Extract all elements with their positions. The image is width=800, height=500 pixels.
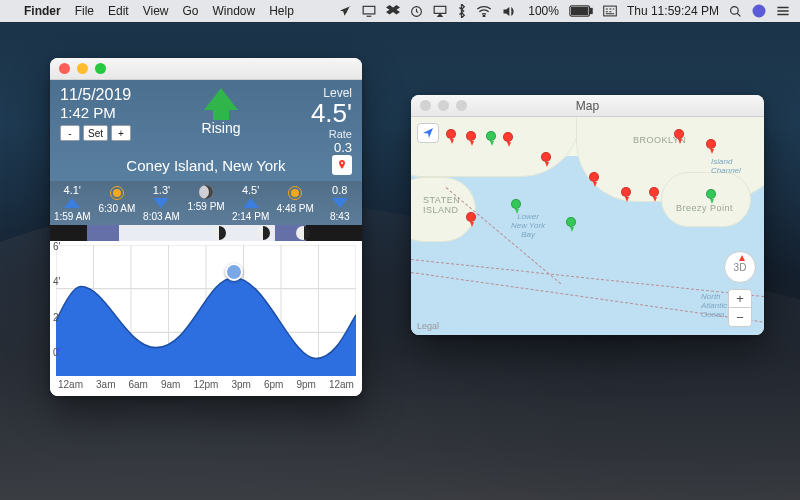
moon-phase-icon <box>212 226 226 240</box>
titlebar[interactable] <box>50 58 362 80</box>
timemachine-icon[interactable] <box>410 5 423 18</box>
window-zoom-button[interactable] <box>95 63 106 74</box>
menu-file[interactable]: File <box>75 4 94 18</box>
telegram-icon[interactable] <box>339 5 352 18</box>
menu-clock[interactable]: Thu 11:59:24 PM <box>627 4 719 18</box>
user-location-button[interactable] <box>417 123 439 143</box>
x-axis: 12am3am 6am9am 12pm3pm 6pm9pm 12am <box>50 376 362 396</box>
menu-go[interactable]: Go <box>183 4 199 18</box>
map-canvas[interactable]: BROOKLYN STATEN ISLAND Breezy Point Lowe… <box>411 117 764 335</box>
sunset-icon <box>288 186 302 200</box>
map-label: STATEN ISLAND <box>423 195 460 215</box>
svg-rect-0 <box>363 6 375 14</box>
airplay-icon[interactable] <box>433 5 447 17</box>
svg-point-3 <box>483 16 485 17</box>
tide-time: 1:42 PM <box>60 104 131 121</box>
macos-menu-bar: Finder File Edit View Go Window Help 100… <box>0 0 800 22</box>
zoom-in-button[interactable]: + <box>729 290 751 308</box>
level-label: Level <box>311 86 352 100</box>
svg-rect-7 <box>604 6 617 16</box>
input-icon[interactable] <box>603 5 617 17</box>
tide-event: 1.3' 8:03 AM <box>139 184 184 222</box>
tide-event: 0.8 8:43 <box>317 184 362 222</box>
spotlight-icon[interactable] <box>729 5 742 18</box>
map-pin[interactable] <box>466 131 476 141</box>
map-pin[interactable] <box>511 199 521 209</box>
moonrise-icon <box>199 185 213 199</box>
window-zoom-button[interactable] <box>456 100 467 111</box>
tide-curve <box>56 245 356 376</box>
battery-icon[interactable] <box>569 5 593 17</box>
tide-event: 4.1' 1:59 AM <box>50 184 95 222</box>
current-time-marker[interactable] <box>225 263 243 281</box>
map-label: Breezy Point <box>676 203 733 213</box>
tide-direction-arrow-up-icon <box>204 88 238 110</box>
dropbox-icon[interactable] <box>386 5 400 18</box>
titlebar[interactable]: Map <box>411 95 764 117</box>
map-legal-link[interactable]: Legal <box>417 321 439 331</box>
tide-event: 6:30 AM <box>95 184 140 222</box>
date-minus-button[interactable]: - <box>60 125 80 141</box>
tide-events-row[interactable]: 4.1' 1:59 AM 6:30 AM 1.3' 8:03 AM 1:59 P… <box>50 181 362 225</box>
display-icon[interactable] <box>362 5 376 17</box>
y-axis: 6'4' 2'0' <box>53 241 60 358</box>
map-pin[interactable] <box>566 217 576 227</box>
volume-percent: 100% <box>528 4 559 18</box>
map-pin[interactable] <box>503 132 513 142</box>
tide-event: 4.5' 2:14 PM <box>228 184 273 222</box>
map-pin[interactable] <box>649 187 659 197</box>
tide-low-icon <box>153 198 169 208</box>
map-pin[interactable] <box>674 129 684 139</box>
volume-icon[interactable] <box>502 5 518 18</box>
tide-status: Rising <box>131 120 311 136</box>
location-picker-button[interactable] <box>332 155 352 175</box>
svg-rect-5 <box>590 8 592 13</box>
window-close-button[interactable] <box>59 63 70 74</box>
notification-center-icon[interactable] <box>776 5 790 17</box>
svg-point-8 <box>731 6 739 14</box>
svg-point-9 <box>753 5 766 18</box>
map-label: Lower New York Bay <box>511 212 545 239</box>
sunrise-icon <box>110 186 124 200</box>
window-minimize-button[interactable] <box>438 100 449 111</box>
tide-date: 11/5/2019 <box>60 86 131 104</box>
map-pin[interactable] <box>541 152 551 162</box>
map-pin[interactable] <box>486 131 496 141</box>
map-label: Island Channel <box>711 157 741 175</box>
svg-rect-2 <box>434 6 446 13</box>
rate-value: 0.3 <box>311 140 352 155</box>
map-pin[interactable] <box>621 187 631 197</box>
map-pin[interactable] <box>589 172 599 182</box>
svg-point-10 <box>341 162 343 164</box>
date-plus-button[interactable]: + <box>111 125 131 141</box>
tide-app-window: 11/5/2019 1:42 PM - Set + Rising Level 4… <box>50 58 362 396</box>
moon-phase-icon <box>256 226 270 240</box>
siri-icon[interactable] <box>752 4 766 18</box>
map-pin[interactable] <box>706 189 716 199</box>
day-night-bar <box>50 225 362 241</box>
app-name[interactable]: Finder <box>24 4 61 18</box>
compass-3d-button[interactable]: 3D <box>724 251 756 283</box>
tide-high-icon <box>243 198 259 208</box>
tide-high-icon <box>64 198 80 208</box>
map-pin[interactable] <box>706 139 716 149</box>
svg-rect-6 <box>572 8 588 15</box>
level-value: 4.5' <box>311 100 352 126</box>
map-window: Map BROOKLYN STATEN ISLAND Breezy Point … <box>411 95 764 335</box>
location-name: Coney Island, New York <box>126 157 285 174</box>
menu-help[interactable]: Help <box>269 4 294 18</box>
wifi-icon[interactable] <box>476 5 492 17</box>
menu-window[interactable]: Window <box>213 4 256 18</box>
moon-phase-icon <box>296 226 310 240</box>
menu-view[interactable]: View <box>143 4 169 18</box>
tide-chart[interactable]: 6'4' 2'0' 12am3am 6am9am <box>50 225 362 396</box>
zoom-out-button[interactable]: − <box>729 308 751 326</box>
map-pin[interactable] <box>466 212 476 222</box>
bluetooth-icon[interactable] <box>457 4 466 18</box>
menu-edit[interactable]: Edit <box>108 4 129 18</box>
window-close-button[interactable] <box>420 100 431 111</box>
map-pin[interactable] <box>446 129 456 139</box>
date-set-button[interactable]: Set <box>83 125 108 141</box>
window-minimize-button[interactable] <box>77 63 88 74</box>
tide-event: 1:59 PM <box>184 184 229 222</box>
